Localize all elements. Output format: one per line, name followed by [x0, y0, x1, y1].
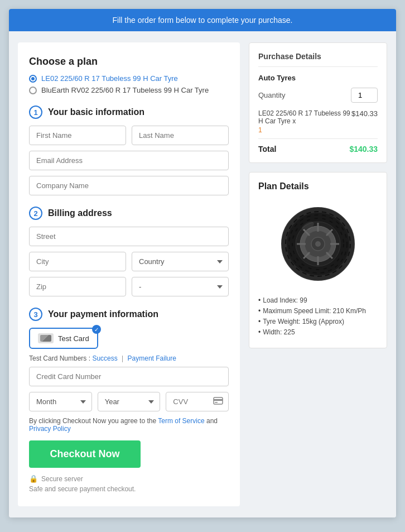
country-select[interactable]: Country	[132, 252, 229, 271]
page-wrapper: Fill the order form below to complete yo…	[9, 9, 396, 517]
checkout-button[interactable]: Checkout Now	[29, 440, 141, 468]
cc-field	[29, 367, 229, 386]
terms-link[interactable]: Term of Service	[158, 417, 204, 425]
item-name: LE02 225/60 R 17 Tubeless 99 H Car Tyre …	[258, 109, 351, 125]
secure-server-text: Secure server	[41, 475, 83, 483]
cc-input[interactable]	[29, 367, 229, 386]
card-icon-inner	[40, 335, 51, 342]
city-country-row: Country	[29, 252, 229, 271]
payment-header: 3 Your payment information	[29, 308, 229, 321]
first-name-field	[29, 126, 126, 145]
year-field: Year	[98, 392, 161, 411]
zip-field	[29, 277, 126, 296]
city-input[interactable]	[29, 252, 126, 271]
street-field	[29, 227, 229, 246]
state-field: -	[132, 277, 229, 296]
right-panel: Purchase Details Auto Tyres Quantity LE0…	[249, 42, 387, 506]
payment-title: Your payment information	[48, 309, 158, 319]
item-qty-orange: 1	[258, 126, 378, 134]
item-price: $140.33	[351, 109, 378, 118]
billing-title: Billing address	[48, 208, 112, 218]
email-input[interactable]	[29, 151, 229, 170]
city-field	[29, 252, 126, 271]
banner-text: Fill the order form below to complete yo…	[113, 16, 293, 25]
terms-text: By clicking Checkout Now you agree to th…	[29, 417, 229, 433]
quantity-row: Quantity	[258, 88, 378, 103]
total-row: Total $140.33	[258, 138, 378, 154]
check-badge-icon: ✓	[92, 325, 101, 334]
country-field: Country	[132, 252, 229, 271]
basic-info-title: Your basic information	[48, 107, 144, 117]
choose-plan-title: Choose a plan	[29, 56, 229, 68]
year-select[interactable]: Year	[98, 392, 161, 411]
plan-option-2-label: BluEarth RV02 225/60 R 17 Tubeless 99 H …	[41, 86, 209, 94]
plan-feature: • Width: 225	[258, 328, 378, 336]
street-row	[29, 227, 229, 246]
tyre-image	[258, 199, 378, 289]
quantity-label: Quantity	[258, 91, 285, 99]
plan-details-box: Plan Details	[249, 172, 387, 348]
plan-option-2[interactable]: BluEarth RV02 225/60 R 17 Tubeless 99 H …	[29, 86, 229, 94]
plan-option-1[interactable]: LE02 225/60 R 17 Tubeless 99 H Car Tyre	[29, 74, 229, 83]
terms-and: and	[206, 417, 218, 425]
secure-subtext: Safe and secure payment checkout.	[29, 485, 229, 493]
plan-feature: • Tyre Weight: 15kg (Approx)	[258, 318, 378, 325]
card-label: Test Card	[58, 334, 89, 343]
zip-state-row: -	[29, 277, 229, 296]
main-content: Choose a plan LE02 225/60 R 17 Tubeless …	[9, 31, 396, 517]
tyre-svg	[279, 205, 357, 283]
test-card-option[interactable]: Test Card ✓	[29, 328, 98, 349]
basic-info-header: 1 Your basic information	[29, 106, 229, 119]
first-name-input[interactable]	[29, 126, 126, 145]
plan-details-title: Plan Details	[258, 181, 378, 191]
cc-row	[29, 367, 229, 386]
email-field	[29, 151, 229, 170]
last-name-field	[132, 126, 229, 145]
month-field: Month	[29, 392, 92, 411]
last-name-input[interactable]	[132, 126, 229, 145]
svg-point-20	[315, 241, 321, 247]
terms-prefix: By clicking Checkout Now you agree to th…	[29, 417, 156, 425]
privacy-link[interactable]: Privacy Policy	[29, 425, 71, 433]
plan-feature: • Maximum Speed Limit: 210 Km/Ph	[258, 307, 378, 315]
step-3-number: 3	[29, 308, 42, 321]
state-select[interactable]: -	[132, 277, 229, 296]
month-select[interactable]: Month	[29, 392, 92, 411]
card-icon	[38, 333, 54, 343]
product-name: Auto Tyres	[258, 74, 378, 82]
billing-header: 2 Billing address	[29, 207, 229, 220]
item-row: LE02 225/60 R 17 Tubeless 99 H Car Tyre …	[258, 109, 378, 134]
plan-features-container: • Load Index: 99• Maximum Speed Limit: 2…	[258, 296, 378, 336]
company-field	[29, 176, 229, 195]
cvv-card-icon	[213, 397, 223, 407]
failure-link[interactable]: Payment Failure	[128, 354, 176, 362]
step-1-number: 1	[29, 106, 42, 119]
plan-feature: • Load Index: 99	[258, 296, 378, 304]
email-row	[29, 151, 229, 170]
name-row	[29, 126, 229, 145]
company-row	[29, 176, 229, 195]
test-card-note: Test Card Numbers : Success | Payment Fa…	[29, 354, 229, 362]
purchase-details-title: Purchase Details	[258, 52, 378, 67]
success-link[interactable]: Success	[92, 354, 117, 362]
test-card-note-text: Test Card Numbers :	[29, 354, 90, 362]
lock-icon: 🔒	[29, 475, 38, 483]
company-input[interactable]	[29, 176, 229, 195]
secure-info: 🔒 Secure server	[29, 475, 229, 483]
zip-input[interactable]	[29, 277, 126, 296]
bullet-icon: •	[258, 328, 261, 336]
total-price: $140.33	[349, 145, 378, 154]
bullet-icon: •	[258, 307, 261, 315]
purchase-details-box: Purchase Details Auto Tyres Quantity LE0…	[249, 42, 387, 163]
quantity-input[interactable]	[351, 88, 378, 103]
radio-empty-icon	[29, 87, 37, 94]
bullet-icon: •	[258, 296, 261, 304]
svg-rect-1	[214, 399, 223, 401]
cvv-wrapper	[166, 392, 229, 411]
radio-selected-icon	[29, 75, 37, 83]
street-input[interactable]	[29, 227, 229, 246]
step-2-number: 2	[29, 207, 42, 220]
plan-option-1-label: LE02 225/60 R 17 Tubeless 99 H Car Tyre	[41, 74, 178, 83]
separator: |	[122, 354, 125, 362]
left-panel: Choose a plan LE02 225/60 R 17 Tubeless …	[18, 42, 240, 506]
